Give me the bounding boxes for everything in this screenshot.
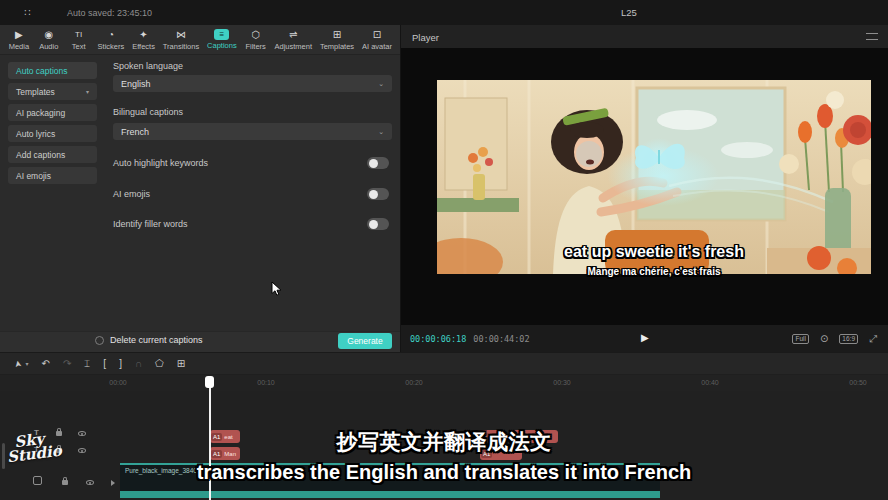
- bilingual-language-select[interactable]: French⌄: [113, 123, 392, 140]
- player-view-options: Full ⊙ 16:9 ⤢: [792, 333, 877, 345]
- auto-highlight-keywords-toggle[interactable]: [367, 157, 389, 169]
- ai-emojis-toggle[interactable]: [367, 188, 389, 200]
- video-caption-primary: eat up sweetie it's fresh: [437, 243, 871, 261]
- delete-current-captions-label: Delete current captions: [110, 335, 203, 345]
- ruler-tick: 00:50: [849, 379, 867, 386]
- sidebar-item-auto-captions[interactable]: Auto captions: [8, 62, 97, 79]
- top-bar: ∷ Auto saved: 23:45:10 L25: [0, 0, 888, 25]
- tab-label: Adjustment: [275, 42, 313, 51]
- zoom-level-icon[interactable]: ⊙: [820, 333, 828, 344]
- chevron-down-icon: ⌄: [378, 128, 384, 136]
- sidebar-item-ai-emojis[interactable]: AI emojis: [8, 167, 97, 184]
- sidebar-label: Add captions: [16, 150, 65, 160]
- tab-audio[interactable]: ◉Audio: [38, 29, 60, 51]
- redo-icon[interactable]: ↷: [63, 358, 71, 369]
- ai-avatar-icon: ⊡: [373, 29, 381, 41]
- ruler-tick: 00:30: [553, 379, 571, 386]
- tab-label: Text: [72, 42, 86, 51]
- delete-left-icon[interactable]: [: [103, 358, 106, 369]
- adjustment-icon: ⇌: [289, 29, 297, 41]
- identify-filler-words-label: Identify filler words: [113, 219, 188, 229]
- ruler-tick: 00:10: [257, 379, 275, 386]
- current-timecode: 00:00:06:18: [410, 334, 466, 344]
- effects-icon: ✦: [139, 29, 147, 41]
- tab-label: Media: [9, 42, 29, 51]
- templates-icon: ⊞: [333, 29, 341, 41]
- project-label: L25: [621, 7, 637, 18]
- tab-templates[interactable]: ⊞Templates: [320, 29, 354, 51]
- sidebar-label: Templates: [16, 87, 55, 97]
- ruler-tick: 00:00: [109, 379, 127, 386]
- spoken-language-select[interactable]: English⌄: [113, 75, 392, 92]
- bilingual-language-value: French: [121, 127, 149, 137]
- sidebar-label: Auto captions: [16, 66, 68, 76]
- bilingual-captions-label: Bilingual captions: [113, 107, 183, 117]
- app-menu-icon[interactable]: ∷: [24, 7, 30, 18]
- tab-label: Filters: [245, 42, 265, 51]
- tab-label: Captions: [207, 41, 237, 50]
- player-panel: Player: [400, 25, 888, 352]
- mask-icon[interactable]: ⬠: [155, 358, 164, 369]
- tab-media[interactable]: ▶Media: [8, 29, 30, 51]
- audio-strip[interactable]: [120, 491, 660, 498]
- split-icon[interactable]: ⌶: [84, 358, 90, 370]
- full-view-button[interactable]: Full: [792, 334, 808, 344]
- player-menu-icon[interactable]: [866, 33, 878, 40]
- spoken-language-value: English: [121, 79, 151, 89]
- stickers-icon: ◔: [108, 29, 114, 41]
- ai-emojis-label: AI emojis: [113, 189, 150, 199]
- timeline-toolbar: ➤ ▾ ↶ ↷ ⌶ [ ] ∩ ⬠ ⊞: [0, 353, 888, 375]
- fullscreen-icon[interactable]: ⤢: [869, 333, 877, 345]
- undo-icon[interactable]: ↶: [42, 358, 50, 369]
- media-toolbar: ▶Media ◉Audio TIText ◔Stickers ✦Effects …: [0, 25, 400, 55]
- ruler-tick: 00:20: [405, 379, 423, 386]
- delete-right-icon[interactable]: ]: [119, 358, 122, 369]
- aspect-ratio-button[interactable]: 16:9: [839, 334, 858, 344]
- tab-captions[interactable]: ≡Captions: [207, 29, 237, 50]
- magnet-icon[interactable]: ∩: [135, 358, 142, 369]
- chevron-down-icon[interactable]: ▾: [26, 360, 29, 367]
- sidebar-item-auto-lyrics[interactable]: Auto lyrics: [8, 125, 97, 142]
- player-controls: 00:00:06:18 00:00:44:02 ▶ Full ⊙ 16:9 ⤢: [401, 325, 888, 352]
- generate-label: Generate: [347, 336, 382, 346]
- sidebar-item-templates[interactable]: Templates▾: [8, 83, 97, 100]
- tab-filters[interactable]: ⬡Filters: [245, 29, 267, 51]
- tab-label: AI avatar: [362, 42, 392, 51]
- tab-effects[interactable]: ✦Effects: [132, 29, 155, 51]
- tab-ai-avatar[interactable]: ⊡AI avatar: [362, 29, 392, 51]
- filters-icon: ⬡: [251, 29, 260, 41]
- tab-transitions[interactable]: ⋈Transitions: [163, 29, 199, 51]
- sidebar-label: AI emojis: [16, 171, 51, 181]
- sidebar-label: AI packaging: [16, 108, 65, 118]
- overwrite-icon[interactable]: ⊞: [177, 358, 185, 369]
- identify-filler-words-toggle[interactable]: [367, 218, 389, 230]
- text-icon: TI: [75, 29, 82, 41]
- tab-label: Effects: [132, 42, 155, 51]
- timeline-ruler[interactable]: 00:00 00:10 00:20 00:30 00:40 00:50: [0, 375, 888, 391]
- audio-icon: ◉: [44, 29, 53, 41]
- tab-text[interactable]: TIText: [68, 29, 90, 51]
- chevron-down-icon: ⌄: [378, 80, 384, 88]
- auto-highlight-keywords-label: Auto highlight keywords: [113, 158, 208, 168]
- player-title: Player: [412, 32, 439, 43]
- generate-button[interactable]: Generate: [338, 333, 392, 349]
- sidebar-item-add-captions[interactable]: Add captions: [8, 146, 97, 163]
- subtitle-english: transcribes the English and translates i…: [0, 461, 888, 484]
- mouse-cursor: [271, 281, 283, 297]
- media-icon: ▶: [15, 29, 23, 41]
- tab-adjustment[interactable]: ⇌Adjustment: [275, 29, 313, 51]
- captions-panel: Auto captions Templates▾ AI packaging Au…: [0, 55, 400, 352]
- sidebar-item-ai-packaging[interactable]: AI packaging: [8, 104, 97, 121]
- tab-stickers[interactable]: ◔Stickers: [98, 29, 125, 51]
- total-timecode: 00:00:44:02: [473, 334, 529, 344]
- tab-label: Audio: [39, 42, 58, 51]
- spoken-language-label: Spoken language: [113, 61, 183, 71]
- subtitle-chinese: 抄写英文并翻译成法文: [0, 428, 888, 456]
- play-button[interactable]: ▶: [641, 332, 649, 343]
- chevron-down-icon: ▾: [86, 88, 89, 95]
- sidebar-label: Auto lyrics: [16, 129, 55, 139]
- playhead-handle[interactable]: [205, 376, 214, 388]
- select-cursor-icon[interactable]: ➤: [12, 359, 23, 368]
- autosave-status: Auto saved: 23:45:10: [67, 8, 152, 18]
- delete-current-captions-checkbox[interactable]: [95, 336, 104, 345]
